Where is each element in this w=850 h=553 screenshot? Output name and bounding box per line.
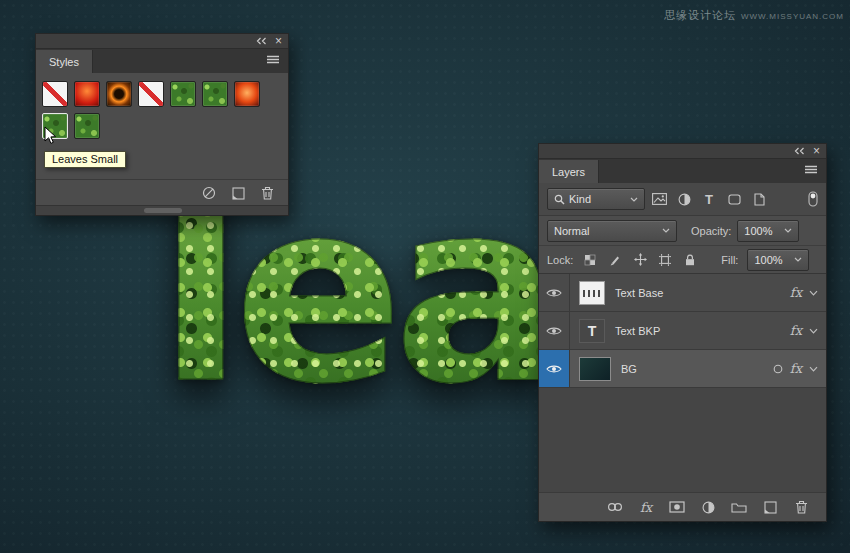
close-panel-icon[interactable]: ×	[813, 146, 820, 156]
style-swatch-leaves-medium[interactable]	[202, 81, 228, 107]
layer-row-text-bkp[interactable]: T Text BKP fx	[539, 312, 826, 350]
eye-icon	[546, 288, 562, 298]
lock-options-row: Lock: Fill: 100%	[539, 246, 826, 274]
filtering-on-off-toggle[interactable]	[808, 191, 818, 207]
delete-style-icon[interactable]	[261, 186, 274, 200]
panel-menu-icon[interactable]	[804, 165, 818, 174]
panel-menu-icon[interactable]	[266, 55, 280, 64]
lock-all-icon[interactable]	[682, 254, 698, 266]
layer-thumbnail[interactable]: T	[579, 319, 605, 343]
visibility-toggle[interactable]	[539, 274, 570, 311]
kind-filter-label: Kind	[569, 193, 591, 205]
expand-effects-icon[interactable]	[809, 328, 818, 334]
styles-panel: × Styles	[35, 33, 289, 216]
watermark-site-url: WWW.MISSYUAN.COM	[741, 12, 844, 21]
styles-scrollbar[interactable]	[36, 205, 288, 215]
layer-badges: fx	[790, 323, 826, 338]
fill-label: Fill:	[721, 254, 738, 266]
lock-image-pixels-icon[interactable]	[607, 254, 623, 266]
eye-icon	[546, 364, 562, 374]
watermark-site-name: 思缘设计论坛	[664, 8, 736, 23]
layer-name: Text Base	[615, 287, 663, 299]
delete-layer-icon[interactable]	[792, 497, 810, 517]
layers-panel-titlebar: ×	[539, 144, 826, 159]
expand-effects-icon[interactable]	[809, 366, 818, 372]
filter-smart-objects-icon[interactable]	[748, 189, 770, 209]
styles-footer	[36, 179, 288, 206]
layer-row-bg[interactable]: BG fx	[539, 350, 826, 388]
watermark: 思缘设计论坛 WWW.MISSYUAN.COM	[664, 8, 844, 23]
filter-shape-layers-icon[interactable]	[723, 189, 745, 209]
search-icon	[554, 194, 565, 205]
expand-effects-icon[interactable]	[809, 290, 818, 296]
close-panel-icon[interactable]: ×	[275, 36, 282, 46]
layer-name: BG	[621, 363, 637, 375]
fx-badge: fx	[790, 323, 802, 338]
styles-tabrow: Styles	[36, 49, 288, 73]
layer-row-text-base[interactable]: Text Base fx	[539, 274, 826, 312]
advanced-blending-icon	[773, 364, 783, 374]
blend-mode-value: Normal	[554, 225, 589, 237]
clear-style-icon[interactable]	[202, 186, 216, 200]
layers-list: Text Base fx T Text BKP fx	[539, 274, 826, 492]
kind-filter-dropdown[interactable]: Kind	[547, 188, 645, 210]
fx-badge: fx	[790, 285, 802, 300]
layer-badges: fx	[773, 361, 826, 376]
opacity-dropdown[interactable]: 100%	[737, 220, 799, 242]
lock-label: Lock:	[547, 254, 573, 266]
style-swatch-default-no-style-2[interactable]	[138, 81, 164, 107]
blend-options-row: Normal Opacity: 100%	[539, 216, 826, 246]
style-swatch-leaves-large[interactable]	[170, 81, 196, 107]
styles-panel-titlebar: ×	[36, 34, 288, 49]
add-layer-mask-icon[interactable]	[668, 497, 686, 517]
fill-value: 100%	[754, 254, 782, 266]
style-swatch-red-glow[interactable]	[234, 81, 260, 107]
opacity-label: Opacity:	[691, 225, 731, 237]
chevron-down-icon	[662, 228, 670, 233]
style-tooltip: Leaves Small	[44, 151, 126, 168]
photoshop-workspace: 思缘设计论坛 WWW.MISSYUAN.COM lea × Styles	[0, 0, 850, 553]
tab-styles[interactable]: Styles	[36, 50, 93, 73]
tab-layers[interactable]: Layers	[539, 160, 599, 183]
link-layers-icon[interactable]	[606, 497, 624, 517]
lock-position-icon[interactable]	[632, 253, 648, 266]
layer-name: Text BKP	[615, 325, 660, 337]
visibility-toggle[interactable]	[539, 350, 570, 387]
eye-icon	[546, 326, 562, 336]
new-adjustment-layer-icon[interactable]	[699, 497, 717, 517]
lock-artboard-icon[interactable]	[657, 254, 673, 266]
style-swatch-red-gel[interactable]	[74, 81, 100, 107]
filter-type-layers-icon[interactable]: T	[698, 189, 720, 209]
opacity-value: 100%	[744, 225, 772, 237]
collapse-panel-icon[interactable]	[794, 147, 805, 155]
style-swatch-leaves-small[interactable]	[42, 113, 68, 139]
style-swatch-orange-glow[interactable]	[106, 81, 132, 107]
styles-scrollbar-handle[interactable]	[144, 208, 182, 213]
chevron-down-icon	[630, 197, 638, 202]
layers-panel: × Layers Kind	[538, 143, 827, 522]
style-swatch-leaves-tiny[interactable]	[74, 113, 100, 139]
fill-dropdown[interactable]: 100%	[747, 249, 809, 271]
layer-thumbnail[interactable]	[579, 357, 611, 381]
style-swatch-grid	[36, 73, 270, 139]
style-swatch-default-no-style[interactable]	[42, 81, 68, 107]
add-layer-style-icon[interactable]: fx	[637, 497, 655, 517]
chevron-down-icon	[784, 228, 792, 233]
chevron-down-icon	[794, 257, 802, 262]
layer-thumbnail[interactable]	[579, 281, 605, 305]
layer-badges: fx	[790, 285, 826, 300]
new-layer-icon[interactable]	[761, 497, 779, 517]
filter-pixel-layers-icon[interactable]	[648, 189, 670, 209]
lock-transparent-pixels-icon[interactable]	[582, 254, 598, 266]
layers-footer: fx	[539, 492, 826, 521]
layer-filter-row: Kind T	[539, 183, 826, 216]
blend-mode-dropdown[interactable]: Normal	[547, 220, 677, 242]
collapse-panel-icon[interactable]	[256, 37, 267, 45]
new-style-icon[interactable]	[232, 187, 245, 200]
layers-tabrow: Layers	[539, 159, 826, 183]
new-group-icon[interactable]	[730, 497, 748, 517]
fx-badge: fx	[790, 361, 802, 376]
visibility-toggle[interactable]	[539, 312, 570, 349]
filter-adjustment-layers-icon[interactable]	[673, 189, 695, 209]
